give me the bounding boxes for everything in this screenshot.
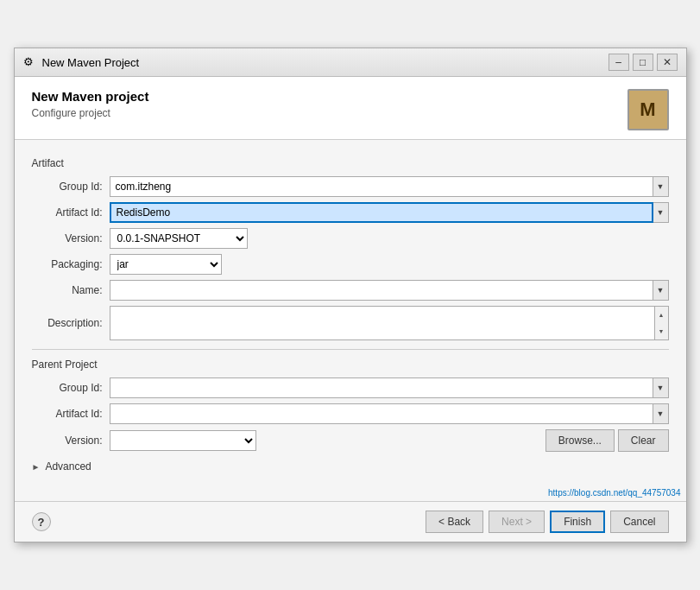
packaging-label: Packaging: (32, 258, 110, 270)
group-id-row: Group Id: ▼ (32, 176, 669, 197)
next-button[interactable]: Next > (489, 511, 545, 533)
name-wrapper: ▼ (110, 280, 669, 301)
description-label: Description: (32, 317, 110, 329)
maven-logo: M (627, 89, 669, 130)
cancel-button[interactable]: Cancel (610, 511, 668, 533)
packaging-row: Packaging: jar war pom (32, 254, 669, 275)
artifact-id-wrapper: ▼ (110, 202, 669, 223)
advanced-row[interactable]: ► Advanced (32, 460, 669, 473)
help-button[interactable]: ? (32, 512, 51, 531)
description-spinner-up[interactable]: ▲ (655, 307, 668, 323)
version-label: Version: (32, 232, 110, 244)
parent-version-select[interactable] (110, 430, 256, 451)
header-text: New Maven project Configure project (32, 89, 149, 119)
dialog-title: New Maven project (32, 89, 149, 104)
close-button[interactable]: ✕ (657, 54, 678, 71)
parent-artifact-id-label: Artifact Id: (32, 408, 110, 420)
version-row: Version: 0.0.1-SNAPSHOT (32, 228, 669, 249)
finish-button[interactable]: Finish (550, 511, 605, 533)
parent-group-id-row: Group Id: ▼ (32, 377, 669, 398)
parent-group-id-label: Group Id: (32, 382, 110, 394)
description-spinner-down[interactable]: ▼ (655, 323, 668, 339)
parent-artifact-id-dropdown[interactable]: ▼ (653, 403, 669, 424)
dialog-header: New Maven project Configure project M (15, 77, 686, 140)
name-input[interactable] (110, 280, 653, 301)
artifact-section-label: Artifact (32, 157, 669, 169)
dialog-body: Artifact Group Id: ▼ Artifact Id: ▼ Vers… (15, 140, 686, 486)
section-divider-1 (32, 349, 669, 350)
advanced-arrow-icon: ► (32, 462, 41, 472)
watermark: https://blog.csdn.net/qq_44757034 (15, 486, 686, 501)
parent-group-id-wrapper: ▼ (110, 377, 669, 398)
group-id-wrapper: ▼ (110, 176, 669, 197)
parent-version-label: Version: (32, 435, 110, 447)
description-row: Description: ▲ ▼ (32, 306, 669, 340)
group-id-label: Group Id: (32, 181, 110, 193)
group-id-dropdown[interactable]: ▼ (653, 176, 669, 197)
description-spinner: ▲ ▼ (655, 306, 669, 340)
artifact-id-label: Artifact Id: (32, 206, 110, 219)
artifact-id-dropdown[interactable]: ▼ (653, 202, 669, 223)
parent-group-id-dropdown[interactable]: ▼ (653, 377, 669, 398)
dialog-footer: ? < Back Next > Finish Cancel (15, 501, 686, 542)
artifact-id-input[interactable] (110, 202, 653, 223)
back-button[interactable]: < Back (426, 511, 483, 533)
name-row: Name: ▼ (32, 280, 669, 301)
advanced-label: Advanced (45, 460, 91, 473)
parent-artifact-id-row: Artifact Id: ▼ (32, 403, 669, 424)
group-id-input[interactable] (110, 176, 653, 197)
browse-button[interactable]: Browse... (545, 429, 615, 452)
maximize-button[interactable]: □ (633, 54, 653, 71)
dialog-window: ⚙ New Maven Project – □ ✕ New Maven proj… (14, 48, 687, 542)
footer-right: < Back Next > Finish Cancel (426, 511, 668, 533)
title-bar-left: ⚙ New Maven Project (23, 55, 140, 69)
name-label: Name: (32, 284, 110, 296)
window-icon: ⚙ (23, 55, 37, 69)
parent-artifact-id-wrapper: ▼ (110, 403, 669, 424)
description-input[interactable] (110, 306, 655, 340)
dialog-subtitle: Configure project (32, 107, 149, 119)
packaging-select[interactable]: jar war pom (110, 254, 222, 275)
clear-button[interactable]: Clear (618, 429, 669, 452)
name-dropdown[interactable]: ▼ (653, 280, 669, 301)
artifact-id-row: Artifact Id: ▼ (32, 202, 669, 223)
title-bar: ⚙ New Maven Project – □ ✕ (15, 48, 686, 77)
footer-left: ? (32, 512, 51, 531)
parent-section-label: Parent Project (32, 358, 669, 371)
title-bar-controls: – □ ✕ (609, 54, 678, 71)
minimize-button[interactable]: – (609, 54, 629, 71)
parent-group-id-input[interactable] (110, 377, 653, 398)
parent-artifact-id-input[interactable] (110, 403, 653, 424)
description-wrapper: ▲ ▼ (110, 306, 669, 340)
window-title: New Maven Project (42, 56, 140, 69)
version-select[interactable]: 0.0.1-SNAPSHOT (110, 228, 248, 249)
parent-version-row: Version: Browse... Clear (32, 429, 669, 452)
